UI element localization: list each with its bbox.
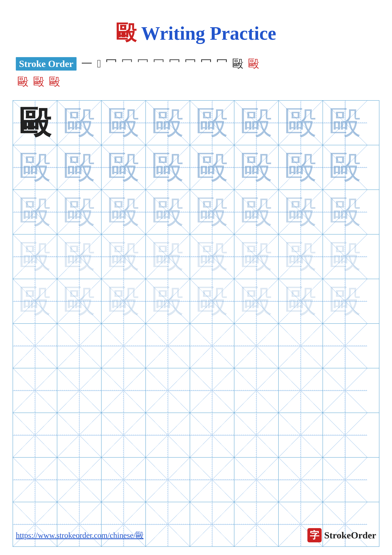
grid-cell[interactable]: 毆 <box>279 145 323 190</box>
footer: https://www.strokeorder.com/chinese/毆 字 … <box>16 528 376 542</box>
grid-cell[interactable] <box>57 458 101 502</box>
stroke-order-label: Stroke Order <box>16 57 77 71</box>
practice-char: 毆 <box>108 107 139 139</box>
grid-cell[interactable]: 毆 <box>323 145 367 190</box>
grid-cell[interactable] <box>234 458 279 502</box>
grid-cell[interactable] <box>323 368 367 413</box>
grid-cell[interactable] <box>146 324 190 368</box>
grid-cell[interactable]: 毆 <box>146 234 190 279</box>
practice-char: 毆 <box>19 152 51 183</box>
practice-char: 毆 <box>19 196 51 228</box>
grid-cell[interactable]: 毆 <box>57 145 101 190</box>
grid-cell[interactable] <box>13 368 57 413</box>
grid-cell[interactable] <box>13 324 57 368</box>
practice-char: 毆 <box>108 241 139 272</box>
grid-cell[interactable]: 毆 <box>101 234 146 279</box>
practice-char: 毆 <box>241 107 272 139</box>
grid-cell[interactable] <box>146 458 190 502</box>
grid-cell[interactable]: 毆 <box>13 190 57 234</box>
grid-cell[interactable] <box>13 458 57 502</box>
grid-cell[interactable]: 毆 <box>57 234 101 279</box>
grid-cell[interactable]: 毆 <box>57 190 101 234</box>
grid-cell[interactable] <box>190 368 234 413</box>
grid-cell[interactable]: 毆 <box>190 145 234 190</box>
grid-row-4: 毆 毆 毆 毆 毆 毆 毆 毆 <box>13 234 379 279</box>
grid-cell[interactable]: 毆 <box>190 190 234 234</box>
grid-cell[interactable] <box>323 324 367 368</box>
practice-char: 毆 <box>196 285 228 317</box>
grid-cell[interactable]: 毆 <box>57 101 101 145</box>
grid-cell[interactable] <box>146 413 190 457</box>
grid-cell[interactable]: 毆 <box>146 279 190 323</box>
practice-char: 毆 <box>329 107 361 139</box>
grid-cell[interactable]: 毆 <box>190 101 234 145</box>
practice-char: 毆 <box>152 107 184 139</box>
practice-char: 毆 <box>329 285 361 317</box>
grid-cell[interactable] <box>234 324 279 368</box>
grid-cell[interactable]: 毆 <box>101 145 146 190</box>
practice-char: 毆 <box>108 196 139 228</box>
grid-cell[interactable]: 毆 <box>13 234 57 279</box>
title-area: 毆 Writing Practice <box>0 0 392 56</box>
footer-url[interactable]: https://www.strokeorder.com/chinese/毆 <box>16 530 143 540</box>
grid-cell[interactable] <box>234 368 279 413</box>
grid-cell[interactable]: 毆 <box>190 279 234 323</box>
grid-cell[interactable] <box>234 413 279 457</box>
practice-char: 毆 <box>64 196 95 228</box>
grid-cell[interactable] <box>146 368 190 413</box>
grid-cell[interactable]: 毆 <box>323 234 367 279</box>
practice-char: 毆 <box>64 285 95 317</box>
stroke-15: 毆 <box>49 74 60 89</box>
grid-cell[interactable]: 毆 <box>323 101 367 145</box>
grid-cell[interactable]: 毆 <box>146 145 190 190</box>
grid-cell[interactable]: 毆 <box>234 234 279 279</box>
grid-cell[interactable] <box>279 458 323 502</box>
grid-cell[interactable]: 毆 <box>279 190 323 234</box>
grid-cell[interactable]: 毆 <box>13 279 57 323</box>
grid-cell[interactable] <box>101 413 146 457</box>
grid-cell[interactable] <box>57 324 101 368</box>
grid-cell[interactable]: 毆 <box>57 279 101 323</box>
grid-cell[interactable]: 毆 <box>234 279 279 323</box>
grid-cell[interactable] <box>57 413 101 457</box>
grid-cell[interactable]: 毆 <box>234 101 279 145</box>
practice-char: 毆 <box>196 241 228 272</box>
grid-cell[interactable] <box>101 368 146 413</box>
practice-char: 毆 <box>285 241 316 272</box>
grid-cell[interactable] <box>57 368 101 413</box>
grid-cell[interactable]: 毆 <box>190 234 234 279</box>
grid-cell[interactable] <box>279 368 323 413</box>
grid-cell[interactable]: 毆 <box>13 145 57 190</box>
grid-cell[interactable]: 毆 <box>279 234 323 279</box>
grid-cell[interactable]: 毆 <box>101 101 146 145</box>
practice-char: 毆 <box>285 107 316 139</box>
practice-char: 毆 <box>285 285 316 317</box>
practice-char: 毆 <box>196 196 228 228</box>
grid-cell[interactable] <box>279 324 323 368</box>
grid-cell[interactable]: 毆 <box>13 101 57 145</box>
grid-cell[interactable] <box>13 413 57 457</box>
grid-cell[interactable]: 毆 <box>323 279 367 323</box>
stroke-4: 冖 <box>121 56 133 71</box>
grid-cell[interactable]: 毆 <box>234 145 279 190</box>
grid-cell[interactable]: 毆 <box>146 101 190 145</box>
practice-char: 毆 <box>241 196 272 228</box>
grid-cell[interactable] <box>323 458 367 502</box>
grid-cell[interactable] <box>190 458 234 502</box>
grid-cell[interactable] <box>279 413 323 457</box>
grid-cell[interactable]: 毆 <box>101 190 146 234</box>
grid-cell[interactable]: 毆 <box>234 190 279 234</box>
grid-cell[interactable] <box>323 413 367 457</box>
grid-cell[interactable] <box>101 458 146 502</box>
grid-cell[interactable] <box>101 324 146 368</box>
stroke-6: 冖 <box>153 56 164 71</box>
grid-cell[interactable]: 毆 <box>279 279 323 323</box>
grid-cell[interactable]: 毆 <box>279 101 323 145</box>
practice-char: 毆 <box>329 152 361 183</box>
grid-cell[interactable]: 毆 <box>323 190 367 234</box>
grid-cell[interactable] <box>190 324 234 368</box>
grid-cell[interactable]: 毆 <box>101 279 146 323</box>
grid-cell[interactable] <box>190 413 234 457</box>
grid-cell[interactable]: 毆 <box>146 190 190 234</box>
practice-char: 毆 <box>64 107 95 139</box>
